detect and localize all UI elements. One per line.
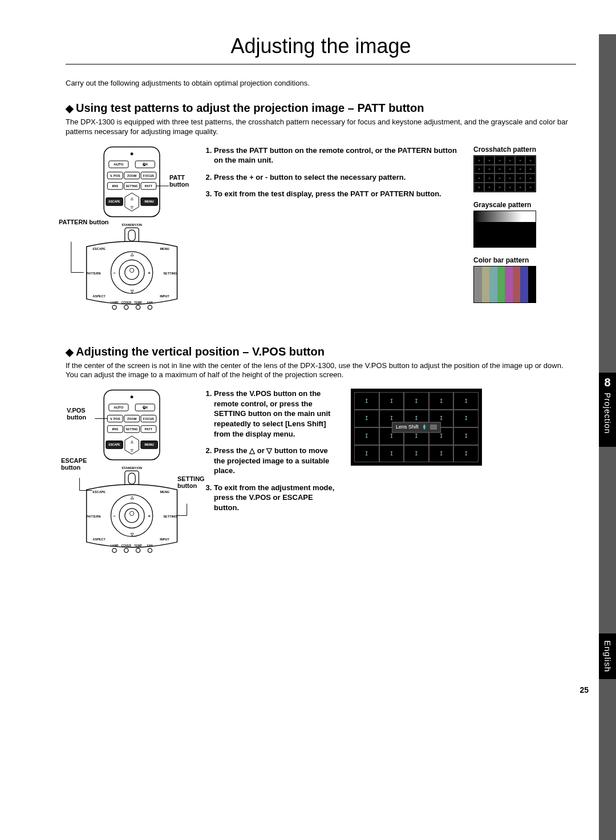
colorbar-pattern [473, 266, 536, 303]
svg-text:LAMP: LAMP [111, 301, 119, 304]
pattern-column: Crosshatch pattern Grayscale pattern Col… [473, 146, 576, 328]
section2-row: AUTO ⏻/I V. POS ZOOM FOCUS IRIS SETTING … [66, 389, 576, 571]
callout-setting: SETTING button [177, 475, 212, 489]
svg-text:⏻/I: ⏻/I [143, 162, 148, 167]
language-tab: English [599, 633, 616, 679]
svg-text:ASPECT: ASPECT [93, 294, 106, 298]
chapter-tab: 8 Projection [599, 373, 616, 447]
diamond-icon: ◆ [66, 103, 74, 114]
section1-steps: Press the PATT button on the remote cont… [202, 146, 462, 328]
step-item: Press the V.POS button on the remote con… [214, 389, 339, 439]
svg-text:ESCAPE: ESCAPE [92, 491, 106, 494]
section2-remote-column: AUTO ⏻/I V. POS ZOOM FOCUS IRIS SETTING … [66, 389, 191, 571]
svg-point-43 [112, 305, 116, 309]
remote-diagram-1: AUTO ⏻/I V. POS ZOOM FOCUS IRIS SETTING [66, 146, 191, 328]
svg-text:ESCAPE: ESCAPE [109, 200, 121, 203]
svg-text:−: − [113, 514, 115, 519]
svg-text:FOCUS: FOCUS [143, 174, 155, 177]
colorbar-label: Color bar pattern [473, 256, 576, 264]
page-intro: Carry out the following adjustments to o… [66, 79, 576, 87]
language-label: English [603, 640, 613, 672]
svg-point-1 [131, 152, 133, 155]
svg-text:TEMP: TEMP [134, 301, 142, 304]
callout-pattern: PATTERN button [59, 219, 110, 225]
svg-text:▽: ▽ [130, 289, 134, 294]
svg-text:SETTING: SETTING [163, 515, 177, 518]
svg-text:▽: ▽ [130, 448, 133, 453]
svg-text:FAN: FAN [147, 545, 153, 548]
svg-text:MENU: MENU [160, 491, 169, 494]
svg-text:PATT: PATT [145, 428, 153, 431]
svg-text:FOCUS: FOCUS [143, 417, 155, 421]
step-item: To exit from the adjustment mode, press … [214, 483, 339, 513]
svg-text:+: + [148, 514, 151, 519]
svg-text:SETTING: SETTING [126, 429, 138, 431]
page-title: Adjusting the image [66, 34, 576, 58]
crosshatch-pattern [473, 155, 536, 192]
svg-text:ZOOM: ZOOM [127, 174, 137, 177]
step-item: Press the △ or ▽ button to move the proj… [214, 446, 339, 476]
svg-rect-27 [128, 230, 135, 241]
svg-text:ASPECT: ASPECT [93, 538, 106, 542]
section2-intro: If the center of the screen is not in li… [66, 361, 576, 381]
svg-point-49 [148, 305, 152, 309]
section1-remote-column: AUTO ⏻/I V. POS ZOOM FOCUS IRIS SETTING [66, 146, 191, 328]
lens-shift-screen: IIIII IIIII IIIII IIIII Lens Shift ▲▼ [351, 389, 482, 466]
level-bars-icon [430, 425, 437, 430]
svg-text:SETTING: SETTING [163, 272, 177, 275]
chapter-number: 8 [599, 376, 616, 389]
remote-svg-1: AUTO ⏻/I V. POS ZOOM FOCUS IRIS SETTING [66, 146, 191, 327]
lens-shift-overlay: Lens Shift ▲▼ [392, 422, 441, 433]
step-item: To exit from the test display, press the… [214, 189, 462, 199]
chapter-label: Projection [603, 393, 612, 434]
svg-text:PATT: PATT [145, 184, 153, 188]
svg-rect-78 [128, 473, 135, 484]
step-item: Press the PATT button on the remote cont… [214, 146, 462, 165]
svg-text:MENU: MENU [145, 443, 154, 447]
section1-heading: ◆Using test patterns to adjust the proje… [66, 102, 576, 115]
svg-text:COVER: COVER [121, 545, 132, 548]
svg-text:+: + [148, 270, 151, 276]
svg-text:INPUT: INPUT [160, 538, 169, 542]
svg-text:△: △ [130, 252, 134, 257]
svg-text:AUTO: AUTO [114, 162, 123, 166]
svg-text:LAMP: LAMP [111, 545, 119, 548]
svg-text:COVER: COVER [121, 301, 132, 304]
lens-shift-label: Lens Shift [396, 425, 419, 430]
up-down-icon: ▲▼ [422, 424, 427, 430]
svg-text:▽: ▽ [130, 205, 133, 209]
svg-text:MENU: MENU [145, 200, 154, 203]
svg-text:▽: ▽ [130, 532, 134, 537]
page-number: 25 [579, 685, 589, 694]
svg-text:△: △ [130, 495, 134, 500]
svg-text:PATTERN: PATTERN [86, 515, 100, 518]
svg-point-102 [148, 548, 152, 552]
callout-escape: ESCAPE button [61, 457, 107, 471]
svg-text:SETTING: SETTING [126, 185, 138, 188]
step-item: Press the + or - button to select the ne… [214, 172, 462, 183]
svg-text:⏻/I: ⏻/I [143, 406, 148, 410]
section2-heading: ◆Adjusting the vertical position – V.POS… [66, 345, 576, 358]
svg-text:FAN: FAN [147, 301, 153, 304]
svg-point-100 [136, 548, 140, 552]
svg-text:INPUT: INPUT [160, 294, 169, 298]
callout-patt: PATT button [169, 174, 191, 188]
svg-text:PATTERN: PATTERN [86, 272, 100, 275]
svg-text:AUTO: AUTO [114, 406, 123, 410]
svg-point-45 [124, 305, 128, 309]
callout-vpos: V.POS button [67, 407, 95, 421]
section1-intro: The DPX-1300 is equipped with three test… [66, 118, 576, 137]
svg-text:V. POS: V. POS [110, 174, 120, 177]
grayscale-pattern [473, 211, 536, 248]
svg-text:ZOOM: ZOOM [127, 417, 137, 421]
svg-point-96 [112, 548, 116, 552]
svg-text:STANDBY/ON: STANDBY/ON [121, 466, 142, 470]
svg-text:IRIS: IRIS [112, 428, 118, 431]
svg-text:STANDBY/ON: STANDBY/ON [121, 223, 142, 226]
svg-text:V. POS: V. POS [110, 417, 120, 421]
remote-diagram-2: AUTO ⏻/I V. POS ZOOM FOCUS IRIS SETTING … [66, 389, 191, 571]
svg-point-47 [136, 305, 140, 309]
svg-text:−: − [113, 270, 115, 276]
crosshatch-label: Crosshatch pattern [473, 146, 576, 154]
svg-text:△: △ [130, 440, 133, 444]
